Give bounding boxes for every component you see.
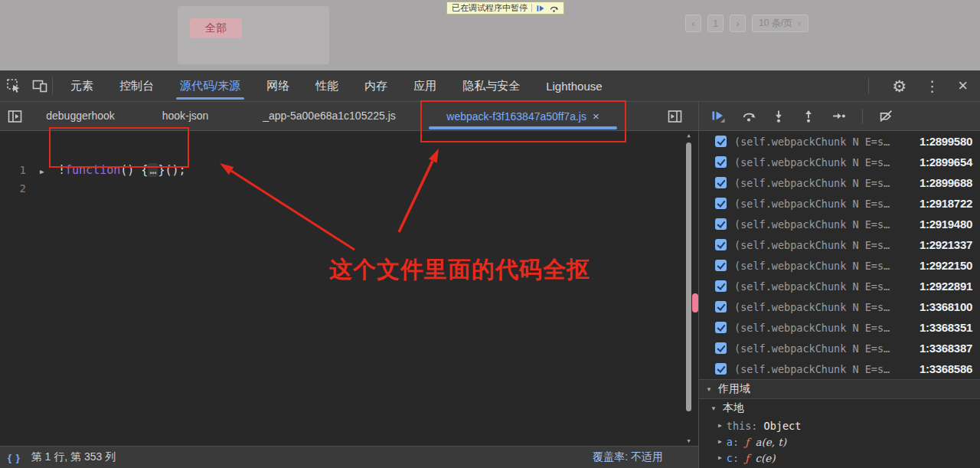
breakpoint-condition: (self.webpackChunk_N_E=s… <box>734 136 920 148</box>
current-page-box[interactable]: 1 <box>707 15 724 32</box>
scope-entry-a[interactable]: ▶ a: ƒ a(e, t) <box>699 434 980 450</box>
toast-divider <box>531 4 532 12</box>
file-tab-bar: debuggerhook hook-json _app-5a00e68a1c10… <box>0 102 698 131</box>
breakpoint-condition: (self.webpackChunk_N_E=s… <box>734 239 920 251</box>
deactivate-breakpoints-icon[interactable] <box>879 110 893 123</box>
breakpoint-checkbox[interactable] <box>715 363 727 375</box>
breakpoint-row[interactable]: (self.webpackChunk_N_E=s… 1:3368586 <box>699 358 980 379</box>
keyword-function: function <box>65 163 120 177</box>
all-filter-button[interactable]: 全部 <box>190 18 242 38</box>
breakpoint-checkbox[interactable] <box>715 322 727 333</box>
step-over-toast-icon[interactable] <box>549 4 559 13</box>
breakpoint-checkbox[interactable] <box>715 260 727 271</box>
breakpoint-row[interactable]: (self.webpackChunk_N_E=s… 1:2919480 <box>699 214 980 234</box>
breakpoint-row[interactable]: (self.webpackChunk_N_E=s… 1:2899654 <box>699 152 980 172</box>
pagination: ‹ 1 › 10 条/页 ∨ <box>685 15 808 32</box>
resume-script-execution-icon[interactable] <box>711 110 726 123</box>
breakpoint-row[interactable]: (self.webpackChunk_N_E=s… 1:2921337 <box>699 234 980 255</box>
scroll-down-icon[interactable]: ▼ <box>685 438 692 444</box>
breakpoint-checkbox[interactable] <box>715 301 727 313</box>
scope-entry-this[interactable]: ▶ this: Object <box>699 417 980 434</box>
kebab-menu-icon[interactable]: ⋮ <box>925 79 939 93</box>
tab-performance[interactable]: 性能 <box>302 70 351 101</box>
step-into-icon[interactable] <box>772 110 786 123</box>
code-editor[interactable]: 1 2 ▶ !function() {…}(); ▲ ▼ <box>0 131 698 446</box>
scope-section-header[interactable]: ▼ 作用域 <box>699 379 980 399</box>
breakpoint-row[interactable]: (self.webpackChunk_N_E=s… 1:2922150 <box>699 255 980 276</box>
breakpoint-location: 1:3368351 <box>920 321 972 334</box>
tab-network[interactable]: 网络 <box>253 70 302 101</box>
line-number[interactable]: 2 <box>0 182 26 195</box>
breakpoint-row[interactable]: (self.webpackChunk_N_E=s… 1:3368100 <box>699 296 980 317</box>
show-navigator-icon[interactable] <box>8 110 22 123</box>
pretty-print-icon[interactable]: { } <box>8 452 21 463</box>
file-tab-debuggerhook[interactable]: debuggerhook <box>23 102 138 131</box>
step-over-icon[interactable] <box>742 110 756 123</box>
breakpoint-location: 1:3368387 <box>920 342 972 355</box>
breakpoint-condition: (self.webpackChunk_N_E=s… <box>734 177 920 189</box>
tab-sources[interactable]: 源代码/来源 <box>167 70 253 101</box>
scroll-up-icon[interactable]: ▲ <box>685 133 692 139</box>
breakpoint-condition: (self.webpackChunk_N_E=s… <box>734 280 920 293</box>
breakpoint-checkbox[interactable] <box>715 136 727 147</box>
breakpoint-location: 1:2922150 <box>920 259 972 272</box>
step-icon[interactable] <box>831 110 846 123</box>
breakpoint-row[interactable]: (self.webpackChunk_N_E=s… 1:3368387 <box>699 338 980 358</box>
variable-value: Object <box>764 420 802 432</box>
page-size-label: 10 条/页 <box>759 17 792 30</box>
editor-scrollbar[interactable]: ▲ ▼ <box>685 131 692 446</box>
gear-icon[interactable]: ⚙ <box>892 78 906 94</box>
breakpoint-checkbox[interactable] <box>715 198 727 209</box>
code-fold-arrow-icon[interactable]: ▶ <box>40 168 44 175</box>
variable-name: a <box>727 436 733 448</box>
breakpoint-checkbox[interactable] <box>715 218 727 230</box>
folded-code-marker[interactable]: … <box>148 163 158 177</box>
breakpoint-row[interactable]: (self.webpackChunk_N_E=s… 1:2899580 <box>699 131 980 152</box>
triangle-down-icon: ▼ <box>706 386 712 393</box>
tab-console[interactable]: 控制台 <box>106 70 167 101</box>
file-tab-hook-json[interactable]: hook-json <box>145 102 225 131</box>
inspect-element-icon[interactable] <box>6 78 21 93</box>
file-tab-webpack-js[interactable]: webpack-f3f163847a50ff7a.js× <box>423 102 623 131</box>
breakpoint-checkbox[interactable] <box>715 280 727 292</box>
tab-lighthouse[interactable]: Lighthouse <box>533 70 615 101</box>
tab-application[interactable]: 应用 <box>400 70 449 101</box>
breakpoint-checkbox[interactable] <box>715 342 727 354</box>
breakpoint-location: 1:3368586 <box>920 362 972 375</box>
breakpoint-location: 1:2899688 <box>920 176 972 189</box>
toggle-debugger-sidebar-icon[interactable] <box>668 110 682 123</box>
line-number[interactable]: 1 <box>0 164 26 176</box>
debugger-sidebar: (self.webpackChunk_N_E=s… 1:2899580 (sel… <box>699 102 980 468</box>
tab-elements[interactable]: 元素 <box>57 70 106 101</box>
breakpoint-checkbox[interactable] <box>715 156 727 168</box>
resume-script-icon[interactable] <box>536 4 545 13</box>
close-tab-icon[interactable]: × <box>593 110 599 123</box>
breakpoint-row[interactable]: (self.webpackChunk_N_E=s… 1:2899688 <box>699 172 980 193</box>
file-tab-app-js[interactable]: _app-5a00e68a1c105225.js <box>230 102 429 131</box>
breakpoint-row[interactable]: (self.webpackChunk_N_E=s… 1:2922891 <box>699 276 980 296</box>
prev-page-button[interactable]: ‹ <box>685 15 701 32</box>
breakpoint-checkbox[interactable] <box>715 239 727 250</box>
triangle-right-icon: ▶ <box>718 422 722 429</box>
local-scope-header[interactable]: ▼ 本地 <box>699 399 980 417</box>
tab-privacy-security[interactable]: 隐私与安全 <box>449 70 533 101</box>
breakpoint-row[interactable]: (self.webpackChunk_N_E=s… 1:3368351 <box>699 317 980 338</box>
cursor-position: 第 1 行, 第 353 列 <box>31 450 116 464</box>
breakpoint-location: 1:3368100 <box>920 300 972 313</box>
scope-title: 作用域 <box>718 382 750 396</box>
coverage-status[interactable]: 覆盖率: 不适用 <box>593 450 698 464</box>
device-toolbar-icon[interactable] <box>32 79 47 93</box>
breakpoint-row[interactable]: (self.webpackChunk_N_E=s… 1:2918722 <box>699 193 980 214</box>
tab-memory[interactable]: 内存 <box>351 70 400 101</box>
breakpoint-checkbox[interactable] <box>715 177 727 188</box>
chevron-down-icon: ∨ <box>797 20 802 27</box>
close-devtools-icon[interactable]: × <box>958 77 968 94</box>
next-page-button[interactable]: › <box>730 15 746 32</box>
editor-scrollbar-thumb[interactable] <box>686 142 691 411</box>
step-out-icon[interactable] <box>802 110 815 123</box>
page-size-select[interactable]: 10 条/页 ∨ <box>752 15 808 32</box>
toolbar-divider <box>868 77 869 94</box>
sidebar-scrollbar-thumb[interactable] <box>692 293 698 313</box>
breakpoint-condition: (self.webpackChunk_N_E=s… <box>734 301 920 313</box>
scope-entry-c[interactable]: ▶ c: ƒ c(e) <box>699 450 980 466</box>
